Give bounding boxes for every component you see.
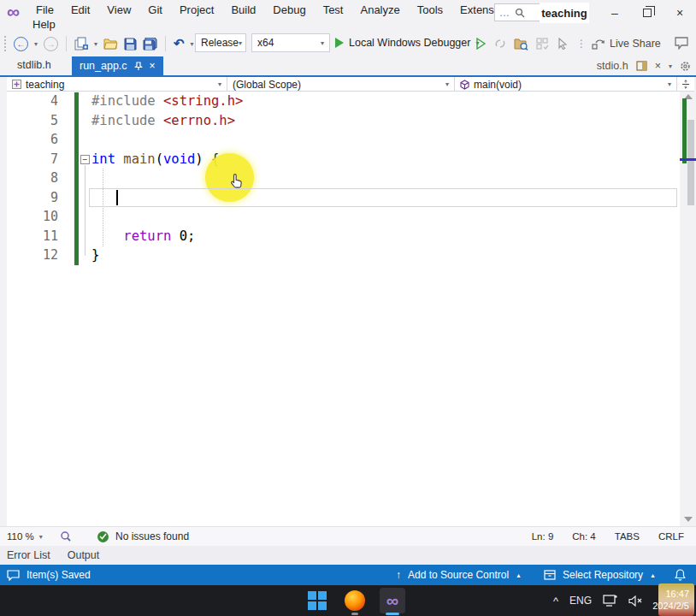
toolbar-separator [165, 36, 166, 51]
save-all-icon[interactable] [143, 38, 157, 50]
line-number: 4 [7, 92, 62, 111]
health-message[interactable]: No issues found [115, 530, 189, 542]
tray-clock[interactable]: 16:47 2024/2/5 [652, 588, 689, 612]
zoom-combo[interactable]: 110 % ▾ [7, 531, 51, 542]
toolbar-overflow-icon[interactable]: ⋮ [576, 38, 587, 50]
find-symbol-icon [536, 38, 549, 50]
health-check-icon [97, 531, 109, 542]
repository-caret-icon[interactable]: ▲ [650, 572, 656, 578]
split-editor-button[interactable] [677, 77, 694, 92]
save-icon[interactable] [124, 38, 137, 50]
close-button[interactable]: × [664, 0, 696, 26]
member-name: main(void) [474, 79, 522, 91]
fold-collapse-icon[interactable]: − [80, 155, 90, 164]
start-debugging-button[interactable]: Local Windows Debugger ▾ [335, 33, 479, 52]
feedback-icon[interactable] [675, 37, 688, 50]
code-editor[interactable]: 456789101112 #include <string.h>#include… [7, 92, 680, 526]
undo-button[interactable]: ↶ [174, 36, 185, 51]
live-share-button[interactable]: Live Share [592, 33, 661, 54]
project-name: teaching [26, 79, 64, 91]
navigate-back-button[interactable]: ← [14, 37, 28, 51]
scope-dropdown[interactable]: (Global Scope) ▾ [227, 77, 455, 92]
select-repository-button[interactable]: Select Repository [563, 569, 643, 581]
editor-status-icon[interactable] [60, 530, 72, 542]
tab-stdio-preview[interactable]: stdio.h [597, 60, 628, 72]
scrollbar-thumb[interactable] [687, 120, 694, 205]
project-dropdown[interactable]: teaching ▾ [7, 77, 227, 92]
find-in-files-icon[interactable] [514, 38, 528, 50]
code-line[interactable]: int main(void) { [91, 150, 663, 169]
tray-language[interactable]: ENG [569, 595, 592, 607]
code-lines[interactable]: #include <string.h>#include <errno.h>int… [91, 92, 663, 265]
bell-icon[interactable] [675, 569, 686, 581]
menu-item[interactable]: Tools [409, 2, 451, 18]
panel-tab[interactable]: Output [68, 549, 100, 561]
firefox-running-indicator [351, 613, 358, 615]
solution-platform-combo[interactable]: x64 ▾ [251, 33, 330, 52]
start-button[interactable] [304, 588, 330, 613]
line-number: 9 [7, 188, 62, 208]
code-line[interactable]: } [91, 246, 663, 265]
line-number: 8 [7, 169, 62, 188]
tab-stdlib[interactable]: stdlib.h [7, 56, 62, 75]
solution-configuration-combo[interactable]: Release ▾ [195, 33, 246, 52]
split-editor-icon [682, 79, 689, 90]
tray-date: 2024/2/5 [652, 600, 689, 612]
menu-item[interactable]: Debug [264, 2, 314, 18]
tray-display-icon[interactable] [603, 595, 617, 607]
method-cube-icon [460, 80, 469, 90]
menu-item[interactable]: Git [139, 2, 171, 18]
code-line[interactable]: #include <errno.h> [91, 111, 663, 131]
menu-item[interactable]: Edit [62, 2, 98, 18]
minimize-button[interactable]: – [599, 0, 631, 26]
menu-item[interactable]: View [98, 2, 139, 18]
undo-dropdown-caret-icon[interactable]: ▾ [191, 40, 194, 48]
tray-speaker-muted-icon[interactable] [628, 595, 643, 607]
code-line[interactable] [91, 130, 663, 150]
scroll-down-arrow-icon[interactable] [684, 517, 693, 522]
menu-item[interactable]: Project [171, 2, 222, 18]
title-bar: ∞ FileEditViewGitProjectBuildDebugTestAn… [0, 0, 696, 31]
open-folder-icon[interactable] [103, 38, 118, 50]
close-preview-tab-icon[interactable]: × [655, 60, 661, 72]
live-share-icon [592, 38, 605, 50]
code-line[interactable]: #include <string.h> [91, 92, 663, 111]
status-eol[interactable]: CRLF [658, 531, 684, 542]
new-item-dropdown-caret-icon[interactable]: ▾ [94, 40, 97, 48]
code-line[interactable] [91, 169, 663, 188]
pin-tab-icon[interactable] [134, 62, 143, 71]
tray-time: 16:47 [652, 588, 689, 600]
taskbar-firefox[interactable] [342, 588, 368, 613]
member-dropdown[interactable]: main(void) ▾ [455, 77, 677, 92]
panel-tab[interactable]: Error List [7, 549, 50, 561]
close-tab-icon[interactable]: × [150, 60, 156, 72]
tab-run-app-active[interactable]: run_app.c × [72, 56, 163, 75]
back-dropdown-caret-icon[interactable]: ▾ [34, 40, 38, 48]
add-to-source-control-button[interactable]: Add to Source Control [408, 569, 509, 581]
new-project-icon[interactable] [74, 37, 88, 50]
source-control-caret-icon[interactable]: ▲ [516, 572, 522, 578]
line-number: 10 [7, 207, 62, 227]
toolbar-grip[interactable] [4, 36, 8, 51]
tray-chevron-up[interactable]: ^ [553, 595, 558, 607]
start-without-debugging-icon[interactable] [475, 38, 487, 50]
taskbar-visual-studio[interactable]: ∞ [380, 588, 405, 613]
code-line[interactable]: return 0; [91, 227, 663, 246]
restore-button[interactable] [631, 0, 664, 26]
current-line-box [89, 188, 677, 208]
status-column[interactable]: Ch: 4 [572, 531, 596, 542]
menu-item[interactable]: Analyze [351, 2, 408, 18]
toolbar-separator [66, 36, 67, 51]
tab-list-caret-icon[interactable]: ▾ [669, 62, 672, 70]
gear-icon[interactable] [680, 61, 691, 72]
menu-item[interactable]: Build [222, 2, 264, 18]
status-indent[interactable]: TABS [615, 531, 640, 542]
status-bar: Item(s) Saved ↑ Add to Source Control ▲ … [0, 565, 696, 585]
code-line[interactable] [91, 207, 663, 227]
menu-item[interactable]: Test [315, 2, 352, 18]
keep-tab-open-icon[interactable] [636, 61, 647, 71]
status-line[interactable]: Ln: 9 [532, 531, 554, 542]
vertical-scrollbar[interactable] [680, 92, 696, 526]
tab-label: run_app.c [80, 60, 127, 72]
line-number: 6 [7, 130, 62, 150]
